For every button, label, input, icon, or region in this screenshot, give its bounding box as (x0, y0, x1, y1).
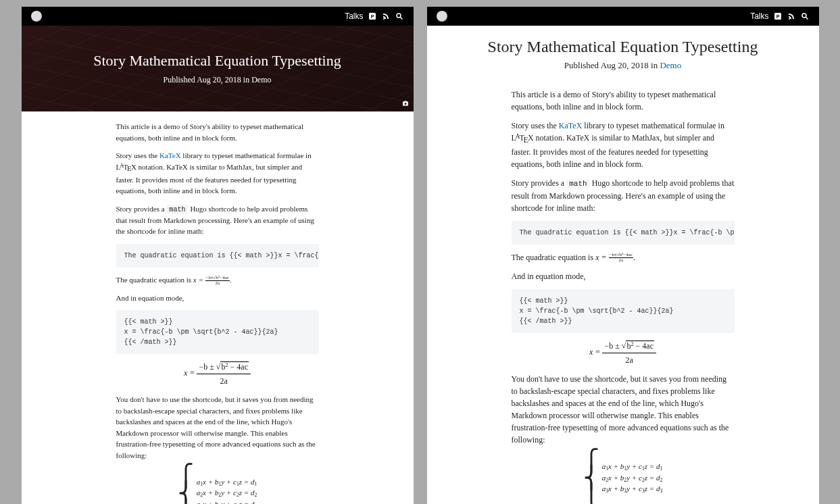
svg-point-7 (802, 14, 806, 18)
brace-icon: ⎧⎨⎩ (178, 468, 194, 504)
svg-line-3 (400, 18, 402, 20)
katex-link[interactable]: KaTeX (559, 121, 582, 130)
eq-quadratic-block: x = −b ± b2 − 4ac2a (116, 361, 319, 387)
hero-plain: Story Mathematical Equation Typesetting … (427, 26, 819, 79)
katex-link[interactable]: KaTeX (159, 151, 181, 159)
page-title: Story Mathematical Equation Typesetting (441, 38, 806, 56)
eq-system: ⎧⎨⎩ a1x + b1y + c1z = d1 a2x + b2y + c2z… (512, 453, 735, 504)
eq-quadratic-block: x = −b ± b2 − 4ac2a (512, 340, 735, 366)
code-math: math (566, 179, 589, 188)
para-katex: Story uses the KaTeX library to typeset … (512, 120, 735, 170)
eq-quadratic-inline: x = −b±√b²−4ac2a (193, 276, 230, 284)
para-explain: You don't have to use the shortcode, but… (116, 394, 319, 461)
eq-quadratic-inline: x = −b±√b²−4ac2a (595, 253, 633, 262)
para-eqmode: And in equation mode, (512, 270, 735, 282)
code-block-display-example: {{< math >}} x = \frac{-b \pm \sqrt{b^2 … (116, 310, 319, 354)
meta-in: in (241, 75, 251, 84)
page-variant-plain: Talks P Story Mathematical Equation Type… (427, 7, 819, 504)
code-block-inline-example: The quadratic equation is {{< math >}}x … (116, 244, 319, 268)
site-logo[interactable] (31, 11, 42, 22)
nav-talks[interactable]: Talks (750, 11, 768, 21)
nav-talks[interactable]: Talks (345, 11, 363, 21)
rss-icon[interactable] (381, 11, 391, 21)
rss-icon[interactable] (787, 11, 796, 21)
svg-line-8 (806, 18, 808, 20)
para-katex: Story uses the KaTeX library to typeset … (116, 150, 319, 197)
para-quadratic-inline: The quadratic equation is x = −b±√b²−4ac… (512, 251, 735, 263)
page-variant-hero: Talks P Story Mathematical Equation Type… (22, 7, 414, 504)
meta-date: Aug 20, 2018 (601, 60, 649, 70)
meta-category[interactable]: Demo (660, 60, 681, 70)
svg-point-4 (404, 103, 406, 105)
pinterest-icon[interactable]: P (368, 11, 377, 21)
page-meta: Published Aug 20, 2018 in Demo (441, 60, 806, 71)
search-icon[interactable] (800, 11, 810, 21)
para-explain: You don't have to use the shortcode, but… (512, 373, 735, 446)
meta-prefix: Published (163, 75, 197, 84)
page-meta: Published Aug 20, 2018 in Demo (163, 75, 271, 85)
svg-text:P: P (776, 14, 779, 19)
para-shortcode: Story provides a math Hugo shortcode to … (512, 177, 735, 214)
code-math: math (166, 205, 188, 214)
code-block-display-example: {{< math >}} x = \frac{-b \pm \sqrt{b^2 … (512, 289, 735, 333)
eq-system: ⎧⎨⎩ a1x + b1y + c1z = d1 a2x + b2y + c2z… (116, 468, 319, 504)
para-intro: This article is a demo of Story's abilit… (116, 121, 319, 143)
meta-category[interactable]: Demo (251, 75, 271, 84)
site-logo[interactable] (437, 11, 447, 22)
latex-logo: LATEX (512, 133, 534, 143)
meta-in: in (649, 60, 660, 70)
article-body: This article is a demo of Story's abilit… (116, 121, 319, 504)
meta-date: Aug 20, 2018 (197, 75, 241, 84)
pinterest-icon[interactable]: P (773, 11, 783, 21)
para-eqmode: And in equation mode, (116, 293, 319, 304)
svg-point-2 (397, 14, 401, 18)
code-block-inline-example: The quadratic equation is {{< math >}}x … (512, 221, 735, 245)
search-icon[interactable] (395, 11, 404, 21)
brace-icon: ⎧⎨⎩ (583, 453, 599, 504)
topbar: Talks P (22, 7, 414, 26)
para-shortcode: Story provides a math Hugo shortcode to … (116, 203, 319, 237)
para-intro: This article is a demo of Story's abilit… (512, 89, 735, 113)
topbar: Talks P (427, 7, 819, 26)
latex-logo: LATEX (116, 163, 137, 171)
meta-prefix: Published (564, 60, 601, 70)
camera-icon[interactable] (401, 99, 410, 109)
page-title: Story Mathematical Equation Typesetting (93, 52, 341, 70)
para-quadratic-inline: The quadratic equation is x = −b±√b²−4ac… (116, 274, 319, 286)
svg-text:P: P (370, 14, 374, 19)
article-body: This article is a demo of Story's abilit… (512, 89, 735, 504)
